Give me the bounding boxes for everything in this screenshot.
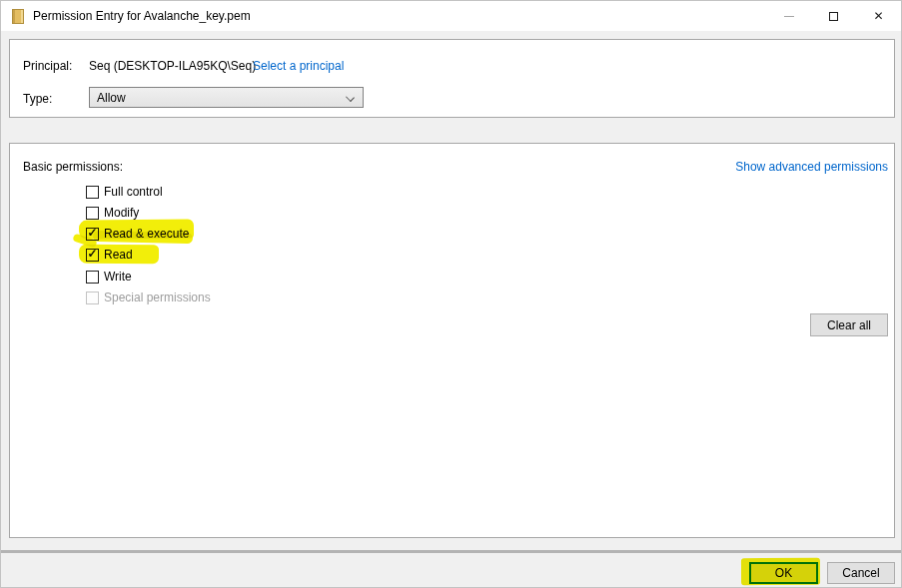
- caption-buttons: ✕: [766, 1, 901, 31]
- basic-permissions-label: Basic permissions:: [23, 160, 123, 174]
- permission-label: Special permissions: [104, 291, 211, 304]
- minimize-button[interactable]: [766, 1, 811, 31]
- permission-entry-dialog: Permission Entry for Avalanche_key.pem ✕…: [0, 0, 902, 588]
- permission-label: Write: [104, 270, 132, 284]
- checkbox-read[interactable]: ✓: [86, 249, 99, 262]
- show-advanced-permissions-link[interactable]: Show advanced permissions: [735, 160, 888, 174]
- permission-row-modify[interactable]: Modify: [86, 205, 139, 221]
- chevron-down-icon: [346, 93, 355, 102]
- permission-row-write[interactable]: Write: [86, 269, 132, 285]
- select-principal-link[interactable]: Select a principal: [253, 59, 344, 73]
- checkbox-modify[interactable]: [86, 207, 99, 220]
- permission-row-read-execute[interactable]: ✓ Read & execute: [86, 226, 189, 242]
- checkbox-write[interactable]: [86, 271, 99, 284]
- checkbox-full-control[interactable]: [86, 186, 99, 199]
- close-button[interactable]: ✕: [856, 1, 901, 31]
- ok-button[interactable]: OK: [749, 562, 818, 584]
- permission-row-full-control[interactable]: Full control: [86, 184, 163, 200]
- type-label: Type:: [23, 92, 52, 106]
- type-dropdown-value: Allow: [97, 91, 126, 105]
- cancel-button[interactable]: Cancel: [827, 562, 895, 584]
- principal-value: Seq (DESKTOP-ILA95KQ\Seq): [89, 59, 256, 73]
- permission-label: Read: [104, 248, 133, 262]
- principal-label: Principal:: [23, 59, 72, 73]
- clear-all-button[interactable]: Clear all: [810, 313, 888, 336]
- permission-label: Modify: [104, 206, 139, 220]
- permissions-file-icon: [12, 9, 24, 24]
- close-icon: ✕: [873, 10, 883, 22]
- checkbox-special-permissions: [86, 292, 99, 304]
- checkmark-icon: ✓: [87, 228, 97, 238]
- title-bar: Permission Entry for Avalanche_key.pem ✕: [1, 1, 901, 31]
- maximize-button[interactable]: [811, 1, 856, 31]
- permission-row-special-permissions: Special permissions: [86, 290, 211, 305]
- checkmark-icon: ✓: [87, 249, 97, 259]
- permission-row-read[interactable]: ✓ Read: [86, 247, 133, 263]
- permission-label: Read & execute: [104, 227, 189, 241]
- footer-divider: [1, 550, 901, 553]
- maximize-icon: [829, 12, 838, 21]
- basic-permissions-panel: [9, 143, 895, 538]
- window-title: Permission Entry for Avalanche_key.pem: [33, 9, 251, 23]
- permission-label: Full control: [104, 185, 163, 199]
- checkbox-read-execute[interactable]: ✓: [86, 228, 99, 241]
- type-dropdown[interactable]: Allow: [89, 87, 364, 108]
- minimize-icon: [784, 16, 794, 17]
